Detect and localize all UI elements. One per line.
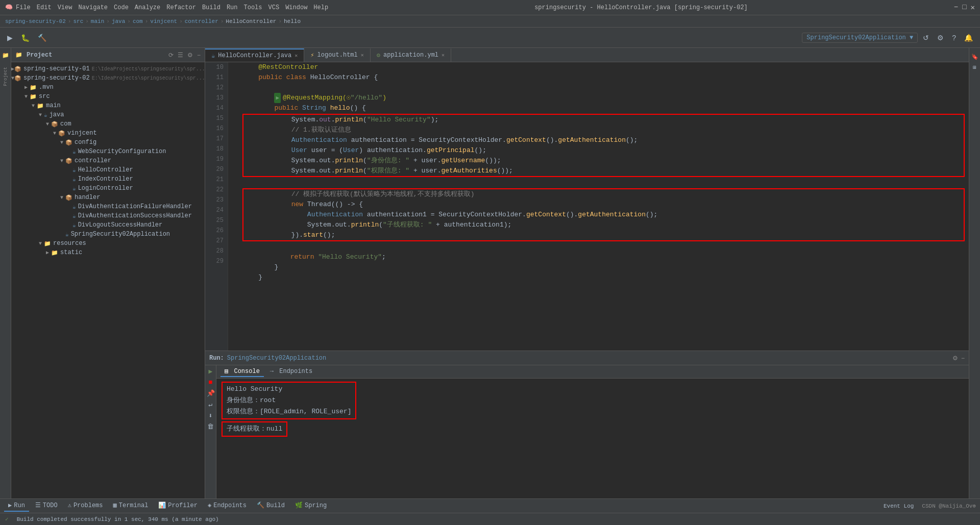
tree-item-WebSecurityConfiguration[interactable]: ☕ WebSecurityConfiguration — [11, 147, 205, 156]
menu-edit[interactable]: Edit — [37, 4, 52, 11]
project-settings-button[interactable]: ⚙ — [187, 52, 193, 59]
profiler-tab-label: Profiler — [168, 502, 198, 509]
breadcrumb-item-2[interactable]: main — [91, 18, 104, 24]
tree-item-config[interactable]: ▼ 📦 config — [11, 138, 205, 147]
menu-tools[interactable]: Tools — [244, 4, 262, 11]
run-toolbar-button[interactable]: ▶ — [4, 32, 16, 44]
tab-close-HelloController[interactable]: ✕ — [295, 53, 298, 59]
tab-application[interactable]: ⚙ application.yml ✕ — [371, 48, 451, 62]
breadcrumb-item-4[interactable]: com — [133, 18, 143, 24]
toolbar-help[interactable]: ? — [949, 32, 959, 44]
menu-file[interactable]: File — [16, 4, 31, 11]
console-tab[interactable]: ▤ Console — [220, 366, 264, 377]
tab-HelloController[interactable]: ☕ HelloController.java ✕ — [205, 48, 304, 62]
run-gutter-icon[interactable]: ▶ — [274, 93, 281, 103]
menu-navigate[interactable]: Navigate — [78, 4, 108, 11]
run-scroll-end-icon[interactable]: ⬇ — [209, 412, 213, 420]
tree-item-main[interactable]: ▼ 📁 main — [11, 101, 205, 110]
toolbar-settings[interactable]: ⚙ — [934, 32, 947, 44]
folder-label-mvn: .mvn — [39, 84, 54, 91]
tree-item-mvn[interactable]: ▶ 📁 .mvn — [11, 83, 205, 92]
spring-tab-icon: 🌿 — [295, 502, 303, 509]
console-tab-label: Console — [234, 368, 259, 375]
tree-item-src[interactable]: ▼ 📁 src — [11, 92, 205, 101]
tree-arrow-config: ▼ — [58, 140, 65, 145]
run-stop-icon[interactable]: ■ — [209, 379, 213, 386]
tree-item-DivAuthFailure[interactable]: ☕ DivAuthenticationFailureHandler — [11, 202, 205, 211]
tree-item-static[interactable]: ▶ 📁 static — [11, 248, 205, 257]
breadcrumb-item-3[interactable]: java — [112, 18, 125, 24]
tree-item-controller[interactable]: ▼ 📦 controller — [11, 156, 205, 165]
rerun-icon[interactable]: ▶ — [209, 367, 213, 376]
tree-item-DivAuthSuccess[interactable]: ☕ DivAuthenticationSuccessHandler — [11, 211, 205, 220]
bottom-tab-build[interactable]: 🔨 Build — [253, 500, 289, 512]
run-config-selector[interactable]: SpringSecurity02Application ▼ — [802, 33, 918, 43]
tree-item-com[interactable]: ▼ 📦 com — [11, 119, 205, 129]
code-line-30: } — [242, 272, 965, 283]
bottom-tab-spring[interactable]: 🌿 Spring — [291, 500, 331, 512]
endpoints-tab[interactable]: → Endpoints — [266, 367, 316, 377]
code-editor[interactable]: 10 11 12 13 14 15 16 17 18 19 20 21 22 2… — [205, 62, 969, 351]
tree-item-vinjcent[interactable]: ▼ 📦 vinjcent — [11, 129, 205, 138]
breadcrumb-item-7[interactable]: HelloController — [226, 18, 276, 24]
run-close-button[interactable]: − — [961, 355, 965, 362]
menu-bar[interactable]: File Edit View Navigate Code Analyze Ref… — [16, 4, 328, 11]
bottom-tab-profiler[interactable]: 📊 Profiler — [154, 500, 202, 512]
tree-item-spring-security-01[interactable]: ▶ 📦 spring-security-01 E:\IdeaProjects\s… — [11, 64, 205, 73]
project-view-icon[interactable]: 📁 — [2, 50, 9, 61]
run-pin-icon[interactable]: 📌 — [207, 389, 215, 397]
bottom-tab-run[interactable]: ▶ Run — [4, 500, 29, 512]
tab-close-application[interactable]: ✕ — [442, 52, 445, 58]
menu-analyze[interactable]: Analyze — [135, 4, 160, 11]
tree-item-LoginController[interactable]: ☕ LoginController — [11, 184, 205, 193]
tree-item-IndexController[interactable]: ☕ IndexController — [11, 174, 205, 184]
tree-item-DivLogout[interactable]: ☕ DivLogoutSuccessHandler — [11, 220, 205, 230]
tree-arrow-main: ▼ — [30, 103, 37, 109]
run-settings-button[interactable]: ⚙ — [952, 355, 958, 362]
breadcrumb-item-5[interactable]: vinjcent — [150, 18, 177, 24]
tree-item-spring-security-02[interactable]: ▼ 📦 spring-security-02 E:\IdeaProjects\s… — [11, 73, 205, 83]
debug-toolbar-button[interactable]: 🐛 — [18, 32, 33, 44]
bottom-tab-endpoints[interactable]: ◈ Endpoints — [204, 500, 251, 512]
window-controls[interactable]: − □ ✕ — [954, 3, 975, 12]
event-log-button[interactable]: Event Log — [884, 503, 914, 509]
menu-window[interactable]: Window — [285, 4, 307, 11]
project-folder-icon: 📁 — [15, 52, 22, 58]
menu-build[interactable]: Build — [202, 4, 220, 11]
maximize-button[interactable]: □ — [962, 3, 966, 12]
toolbar-notifications[interactable]: 🔔 — [961, 32, 976, 44]
run-wrap-icon[interactable]: ↵ — [209, 401, 213, 409]
tree-item-SpringSecurity02App[interactable]: ☕ SpringSecurity02Application — [11, 230, 205, 239]
right-icon-structure[interactable]: ⊞ — [971, 63, 978, 72]
breadcrumb-item-0[interactable]: spring-security-02 — [5, 18, 66, 24]
project-sync-button[interactable]: ⟳ — [168, 52, 174, 59]
right-icon-bookmarks[interactable]: 🔖 — [971, 50, 978, 63]
tree-item-resources[interactable]: ▼ 📁 resources — [11, 239, 205, 248]
tree-item-java[interactable]: ▼ ☕ java — [11, 110, 205, 119]
menu-help[interactable]: Help — [313, 4, 328, 11]
tab-logout[interactable]: ⚡ logout.html ✕ — [304, 48, 370, 62]
project-collapse-button[interactable]: − — [197, 52, 201, 59]
breadcrumb-item-6[interactable]: controller — [185, 18, 218, 24]
breadcrumb-item-1[interactable]: src — [73, 18, 83, 24]
toolbar-refresh[interactable]: ↺ — [920, 32, 932, 44]
breadcrumb-item-8[interactable]: hello — [284, 18, 301, 24]
tree-item-handler[interactable]: ▼ 📦 handler — [11, 193, 205, 202]
menu-view[interactable]: View — [58, 4, 72, 11]
menu-refactor[interactable]: Refactor — [166, 4, 196, 11]
run-clear-icon[interactable]: 🗑 — [207, 423, 214, 431]
bottom-tab-terminal[interactable]: ▦ Terminal — [109, 500, 153, 512]
project-filter-button[interactable]: ☰ — [178, 52, 183, 59]
menu-run[interactable]: Run — [227, 4, 238, 11]
code-content[interactable]: @RestController public class HelloContro… — [228, 62, 969, 351]
tree-item-HelloController[interactable]: ☕ HelloController — [11, 165, 205, 174]
minimize-button[interactable]: − — [954, 3, 958, 12]
menu-code[interactable]: Code — [114, 4, 129, 11]
tab-close-logout[interactable]: ✕ — [361, 52, 364, 58]
right-sidebar: 🔖 ⊞ — [969, 48, 980, 498]
bottom-tab-problems[interactable]: ⚠ Problems — [64, 500, 107, 512]
menu-vcs[interactable]: VCS — [268, 4, 280, 11]
bottom-tab-todo[interactable]: ☰ TODO — [31, 500, 62, 512]
build-toolbar-button[interactable]: 🔨 — [35, 32, 50, 44]
close-button[interactable]: ✕ — [971, 3, 975, 12]
